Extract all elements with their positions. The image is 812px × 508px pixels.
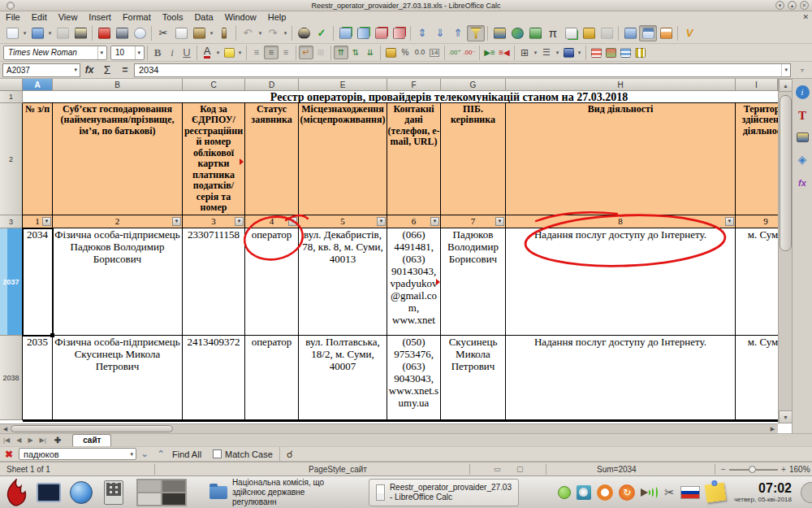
open-dropdown-icon[interactable]: ▾	[46, 25, 54, 41]
menu-file[interactable]: File	[0, 11, 26, 23]
italic-button[interactable]: i	[165, 46, 179, 59]
menu-window[interactable]: Window	[219, 11, 262, 23]
desktop-edge-widget[interactable]	[801, 482, 812, 503]
maximize-icon[interactable]: ▴	[788, 1, 797, 10]
header-cell-b[interactable]: Суб’єкт господарювання (найменування/прі…	[53, 103, 183, 215]
insert-column-button[interactable]	[354, 25, 372, 41]
corner-header[interactable]	[0, 79, 23, 91]
cell-b2038[interactable]: Фізична особа-підприємець Скусинець Мико…	[53, 336, 183, 420]
insert-chart-button[interactable]	[508, 25, 526, 41]
cell-g2037[interactable]: Падюков Володимир Борисович	[441, 228, 506, 336]
align-center-button[interactable]: ≡	[264, 46, 279, 59]
new-dropdown-icon[interactable]: ▾	[21, 25, 28, 41]
sync-tray-icon[interactable]: ↻	[619, 484, 635, 501]
filter-cell-5[interactable]: 5▼	[299, 215, 387, 228]
volume-tray-icon[interactable]	[641, 485, 659, 500]
next-sheet-icon[interactable]: ▶	[24, 434, 36, 446]
bold-button[interactable]: B	[150, 46, 165, 59]
sort-button[interactable]: ⇕	[413, 25, 431, 41]
increase-indent-button[interactable]: ▶≡	[482, 46, 497, 59]
cell-h2038[interactable]: Надання послуг доступу до Інтернету.	[506, 336, 736, 420]
workspace-4[interactable]	[162, 493, 185, 505]
filter-cell-7[interactable]: 7▼	[441, 215, 506, 228]
find-previous-icon[interactable]: ⌃	[153, 449, 169, 459]
horizontal-scrollbar-thumb[interactable]	[11, 425, 173, 432]
cell-c2037[interactable]: 2330711158	[183, 228, 245, 336]
cell-e2037[interactable]: вул. Декабристів, 78, кв. 8, м. Суми, 40…	[299, 228, 387, 336]
help-tray-icon[interactable]	[597, 484, 613, 501]
cell-e2038[interactable]: вул. Полтавська, 18/2, м. Суми, 40007	[299, 336, 387, 420]
column-header-i[interactable]: I	[736, 79, 778, 91]
sheet-tab-sait[interactable]: сайт	[72, 434, 111, 446]
autofilter-button[interactable]	[467, 25, 485, 41]
input-line-dropdown-icon[interactable]: ▾	[781, 64, 790, 76]
filter-cell-4[interactable]: 4▼	[245, 215, 299, 228]
software-update-tray-icon[interactable]	[577, 485, 591, 500]
add-decimal-button[interactable]: .00⁺	[447, 46, 462, 59]
insert-frame-button[interactable]	[526, 25, 544, 41]
selection-mode-icon[interactable]: ▭	[494, 462, 501, 476]
cell-i2038[interactable]: м. Суми	[736, 336, 778, 420]
align-left-button[interactable]: ≡	[249, 46, 264, 59]
clipboard-tray-icon[interactable]: ✂	[664, 485, 675, 500]
workspace-2[interactable]	[162, 480, 185, 492]
cell-a2037[interactable]: 2034	[23, 228, 53, 336]
taskbar-window-calc[interactable]: Reestr_operator_provaider_27.03- LibreOf…	[369, 479, 519, 506]
selection-fill-handle[interactable]	[50, 333, 54, 337]
filter-cell-9[interactable]: 9	[736, 215, 778, 228]
undo-button[interactable]: ↶	[239, 25, 257, 41]
date-format-button[interactable]: 14	[427, 46, 442, 59]
find-next-icon[interactable]: ⌄	[136, 449, 153, 459]
edit-mode-button[interactable]	[71, 25, 89, 41]
border-style-dropdown-icon[interactable]: ▾	[554, 45, 561, 61]
row-header-2[interactable]: 2	[0, 103, 23, 215]
zoom-out-icon[interactable]: −	[721, 462, 726, 476]
column-header-f[interactable]: F	[387, 79, 441, 91]
data-bar-button[interactable]	[618, 46, 633, 59]
terminal-launcher-icon[interactable]	[32, 477, 65, 508]
column-header-h[interactable]: H	[506, 79, 736, 91]
number-format-button[interactable]: 0.0	[412, 46, 427, 59]
cut-button[interactable]: ✂	[154, 25, 172, 41]
column-header-a[interactable]: A	[23, 79, 53, 91]
first-sheet-icon[interactable]: |◀	[0, 434, 13, 446]
sum-indicator[interactable]: Sum=2034	[597, 462, 637, 476]
filter-cell-6[interactable]: 6▼	[387, 215, 441, 228]
equals-icon[interactable]: =	[116, 64, 134, 76]
taskbar-window-folder[interactable]: Національна комісія, щоздійснює державне…	[203, 479, 357, 506]
menu-view[interactable]: View	[53, 11, 84, 23]
cell-h2037[interactable]: Надання послуг доступу до Інтернету.	[506, 228, 736, 336]
workspace-1[interactable]	[138, 480, 161, 492]
menu-data[interactable]: Data	[188, 11, 218, 23]
insert-image-button[interactable]	[490, 25, 508, 41]
column-header-d[interactable]: D	[245, 79, 299, 91]
autofilter-dropdown-icon[interactable]: ▼	[288, 217, 297, 226]
notes-tray-icon[interactable]	[705, 482, 727, 502]
highlight-color-button[interactable]	[222, 46, 236, 59]
border-style-button[interactable]: ☰	[539, 46, 554, 59]
cell-c2038[interactable]: 2413409372	[183, 336, 245, 420]
autofilter-dropdown-icon[interactable]: ▼	[235, 217, 244, 226]
delete-row-button[interactable]	[372, 25, 390, 41]
autofilter-dropdown-icon[interactable]: ▼	[42, 217, 51, 226]
find-input[interactable]: падюков ▾	[19, 448, 136, 460]
keyboard-layout-icon[interactable]	[680, 486, 700, 499]
paste-dropdown-icon[interactable]: ▾	[208, 25, 215, 41]
paste-button[interactable]	[190, 25, 208, 41]
clock[interactable]: 07:02 четвер, 05-кві-2018	[731, 482, 795, 503]
media-button[interactable]	[598, 25, 615, 41]
font-name-combo[interactable]: Times New Roman ▾	[3, 46, 107, 60]
close-icon[interactable]: ✕	[800, 1, 809, 10]
header-cell-h[interactable]: Вид діяльності	[506, 103, 736, 215]
save-button[interactable]	[54, 25, 71, 41]
row-header-3[interactable]: 3	[0, 215, 23, 228]
autofilter-dropdown-icon[interactable]: ▼	[172, 217, 181, 226]
page-style[interactable]: PageStyle_сайт	[309, 462, 367, 476]
menu-edit[interactable]: Edit	[26, 11, 53, 23]
minimize-icon[interactable]: ▾	[775, 1, 784, 10]
spelling-button[interactable]: ✓	[313, 25, 330, 41]
menu-help[interactable]: Help	[262, 11, 292, 23]
filter-cell-1[interactable]: 1▼	[23, 215, 53, 228]
find-replace-button[interactable]	[295, 25, 313, 41]
formula-input-line[interactable]: 2034 ▾	[134, 63, 791, 77]
